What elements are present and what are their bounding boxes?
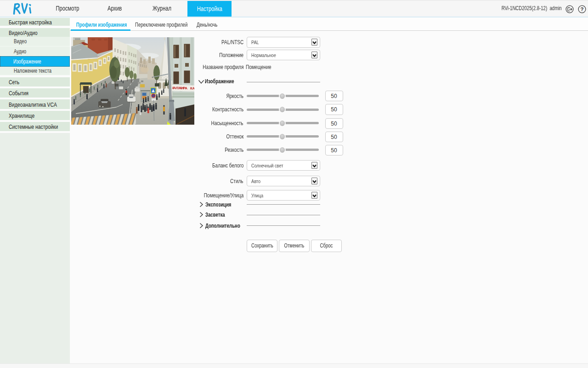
svg-text:?: ?	[580, 6, 583, 12]
svg-text:МАЛ.МИРА: МАЛ.МИРА	[171, 86, 188, 90]
svg-text:КА: КА	[190, 86, 194, 90]
